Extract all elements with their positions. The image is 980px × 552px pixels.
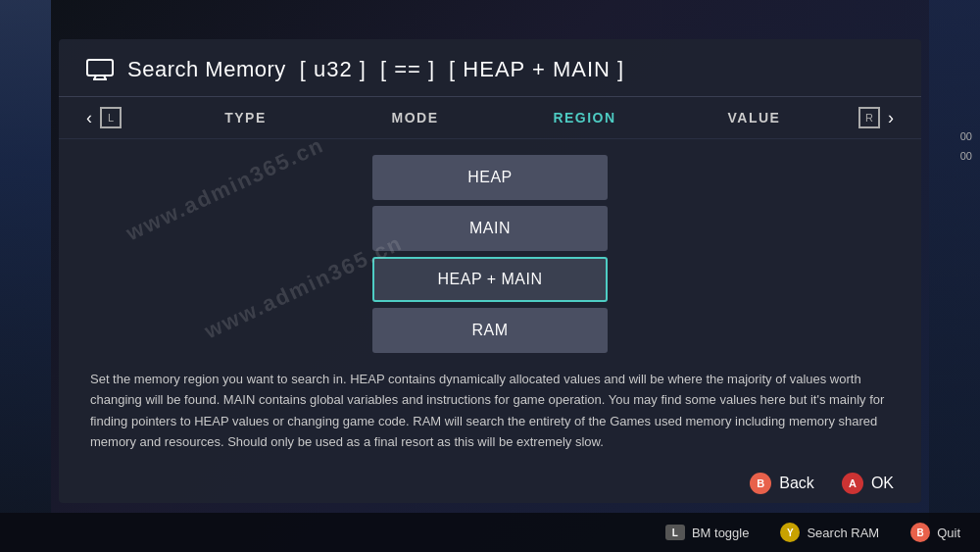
nav-left-icon: L	[100, 107, 122, 128]
panel-tag3: [ HEAP + MAIN ]	[449, 57, 624, 82]
left-sidebar-bg	[0, 0, 51, 552]
quit-item: B Quit	[910, 523, 960, 542]
search-ram-item: Y Search RAM	[780, 523, 879, 542]
quit-label: Quit	[937, 526, 960, 540]
option-heap-main[interactable]: HEAP + MAIN	[372, 257, 608, 302]
panel-tag2: [ == ]	[380, 57, 435, 82]
b-button-icon: B	[750, 473, 771, 494]
svg-rect-0	[87, 60, 113, 75]
back-button[interactable]: B Back	[750, 473, 814, 494]
option-heap[interactable]: HEAP	[372, 155, 608, 200]
bm-toggle-item: L BM toggle	[665, 525, 750, 540]
search-ram-label: Search RAM	[807, 526, 879, 540]
panel-title: Search Memory	[127, 57, 286, 82]
monitor-icon	[86, 59, 114, 80]
nav-col-value[interactable]: VALUE	[669, 110, 839, 125]
nav-bar: ‹ L TYPE MODE REGION VALUE R ›	[59, 97, 921, 139]
right-sidebar-bg	[929, 0, 980, 552]
a-button-icon: A	[842, 473, 863, 494]
side-numbers: 00 00	[960, 127, 972, 167]
option-ram[interactable]: RAM	[372, 308, 608, 353]
ok-button[interactable]: A OK	[842, 473, 894, 494]
panel-header: Search Memory [ u32 ] [ == ] [ HEAP + MA…	[59, 39, 921, 97]
nav-right-icon: R	[858, 107, 880, 128]
nav-col-type[interactable]: TYPE	[161, 110, 330, 125]
l-button-icon: L	[665, 525, 685, 540]
nav-forward-arrow[interactable]: ›	[888, 108, 894, 128]
panel-tag1: [ u32 ]	[300, 57, 367, 82]
y-button-icon: Y	[780, 523, 800, 542]
bottom-bar: L BM toggle Y Search RAM B Quit	[0, 513, 980, 552]
action-bar: B Back A OK	[59, 463, 921, 508]
main-panel: Search Memory [ u32 ] [ == ] [ HEAP + MA…	[59, 39, 921, 503]
ok-label: OK	[871, 475, 894, 492]
option-main[interactable]: MAIN	[372, 206, 608, 251]
content-area: HEAP MAIN HEAP + MAIN RAM Set the memory…	[59, 139, 921, 463]
description-text: Set the memory region you want to search…	[86, 369, 894, 453]
back-label: Back	[779, 475, 814, 492]
b-quit-icon: B	[910, 523, 930, 542]
nav-back-arrow[interactable]: ‹	[86, 108, 92, 128]
bm-toggle-label: BM toggle	[692, 526, 750, 540]
options-list: HEAP MAIN HEAP + MAIN RAM	[372, 155, 608, 353]
nav-col-region[interactable]: REGION	[500, 110, 669, 125]
nav-col-mode[interactable]: MODE	[330, 110, 500, 125]
